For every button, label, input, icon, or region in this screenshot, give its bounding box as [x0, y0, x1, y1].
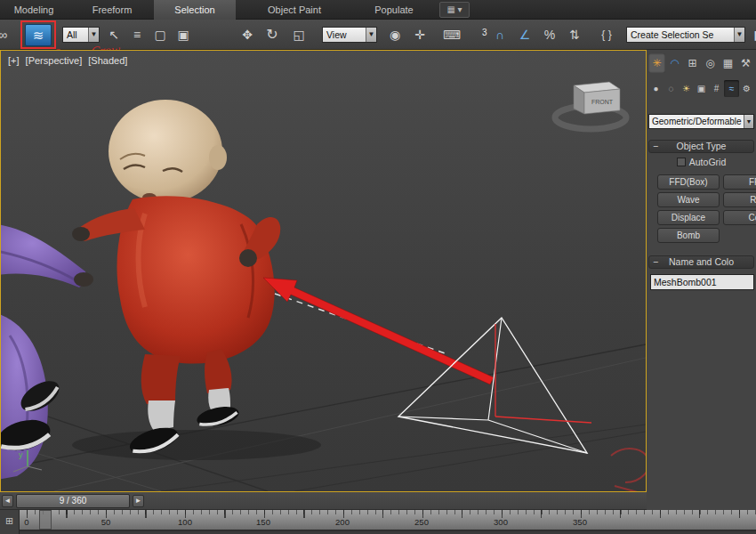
- select-object-icon[interactable]: ↖: [103, 25, 125, 44]
- red-arrow-annotation: [263, 278, 494, 384]
- ruler-major-ticks: [20, 510, 756, 518]
- axis-y-label: y: [19, 450, 23, 459]
- percent-snap-icon[interactable]: %: [539, 25, 560, 44]
- tab-freeform[interactable]: Freeform: [76, 0, 148, 20]
- ruler-tick-label: 50: [101, 517, 111, 527]
- chevron-down-icon[interactable]: ▼: [744, 115, 753, 128]
- object-name-input[interactable]: MeshBomb001: [650, 274, 754, 290]
- select-and-link-icon[interactable]: ∞: [0, 25, 13, 44]
- spinner-snap-icon[interactable]: ⇅: [564, 25, 585, 44]
- category-shapes-icon[interactable]: ◌: [664, 80, 679, 97]
- select-and-scale-icon[interactable]: ◱: [288, 25, 310, 44]
- select-and-rotate-icon[interactable]: ↻: [261, 25, 283, 44]
- chevron-down-icon[interactable]: ▼: [88, 28, 99, 42]
- viewcube[interactable]: FRONT: [555, 82, 626, 129]
- space-warp-subcategory-combo[interactable]: Geometric/Deformable▼: [648, 114, 754, 129]
- previous-frame-button[interactable]: ◄: [2, 495, 13, 507]
- select-by-name-icon[interactable]: ≡: [126, 25, 148, 44]
- time-slider-handle[interactable]: 9 / 360: [16, 494, 130, 508]
- tab-motion[interactable]: ◎: [702, 53, 719, 73]
- viewport-general-menu[interactable]: [+]: [8, 55, 20, 66]
- tab-utilities[interactable]: ⚒: [737, 53, 754, 73]
- main-toolbar: ∞ ≋ All▼ ↖ ≡ ▢ ▣ ✥ ↻ ◱ View▼ ◉ ✛ ⌨ 3 ∩ ∠…: [0, 20, 756, 50]
- conform-button[interactable]: Co: [723, 210, 756, 225]
- ruler-tick-label: 250: [414, 517, 429, 527]
- use-pivot-point-center-icon[interactable]: ◉: [384, 25, 406, 44]
- snap-toggle-icon[interactable]: ∩: [489, 25, 511, 44]
- select-and-move-icon[interactable]: ✥: [237, 25, 258, 44]
- tab-hierarchy[interactable]: ⊞: [684, 53, 701, 73]
- name-color-rollout-header[interactable]: − Name and Colo: [648, 255, 754, 269]
- chevron-down-icon[interactable]: ▼: [734, 28, 744, 42]
- track-bar-ruler[interactable]: 0 50 100 150 200 250 300 350: [20, 510, 756, 531]
- ruler-tick-label: 350: [573, 517, 587, 527]
- ribbon-overflow-menu[interactable]: ▦ ▾: [439, 2, 470, 18]
- red-character[interactable]: [72, 100, 280, 458]
- ffd-cyl-button[interactable]: FF: [723, 174, 756, 190]
- ruler-tick-label: 200: [335, 517, 350, 527]
- autogrid-row: AutoGrid: [647, 157, 756, 169]
- window-crossing-icon[interactable]: ▣: [173, 25, 194, 44]
- category-space-warps-icon[interactable]: ≈: [724, 80, 739, 97]
- wave-button[interactable]: Wave: [657, 192, 720, 207]
- autogrid-checkbox[interactable]: [677, 158, 686, 166]
- bomb-button[interactable]: Bomb: [657, 228, 720, 243]
- category-geometry-icon[interactable]: ●: [648, 80, 664, 97]
- ruler-tick-label: 100: [178, 517, 192, 527]
- reference-coordinate-combo[interactable]: View▼: [322, 27, 377, 43]
- category-cameras-icon[interactable]: ▣: [694, 80, 709, 97]
- ripple-button[interactable]: Ri: [723, 192, 756, 207]
- viewport-pov-menu[interactable]: [Perspective]: [26, 55, 83, 66]
- viewcube-front-label: FRONT: [591, 99, 614, 105]
- tab-selection[interactable]: Selection: [154, 0, 236, 20]
- displace-button[interactable]: Displace: [657, 210, 720, 225]
- tab-object-paint[interactable]: Object Paint: [249, 0, 340, 20]
- rectangular-selection-region-icon[interactable]: ▢: [149, 25, 171, 44]
- track-bar: ⊞ 0 50 100 150 200 250 300 350: [0, 510, 756, 534]
- bind-to-space-warp-icon[interactable]: ≋: [25, 24, 52, 46]
- command-panel: ✳ ◠ ⊞ ◎ ▦ ⚒ ● ◌ ☀ ▣ # ≈ ⚙ Geometric/Defo…: [647, 50, 756, 510]
- viewport-label: [+] [Perspective] [Shaded]: [8, 55, 131, 66]
- chevron-down-icon[interactable]: ▼: [366, 28, 376, 42]
- bomb-space-warp-gizmo[interactable]: [398, 318, 591, 453]
- viewport-shading-menu[interactable]: [Shaded]: [88, 55, 127, 66]
- tab-populate[interactable]: Populate: [359, 0, 429, 20]
- object-type-rollout-header[interactable]: − Object Type: [648, 140, 754, 153]
- next-frame-button[interactable]: ►: [133, 495, 144, 507]
- autogrid-label: AutoGrid: [689, 157, 726, 167]
- keyboard-override-icon[interactable]: ⌨: [441, 25, 462, 44]
- category-helpers-icon[interactable]: #: [709, 80, 724, 97]
- tab-modeling[interactable]: Modeling: [0, 0, 73, 20]
- ruler-tick-label: 300: [494, 517, 508, 527]
- tab-modify[interactable]: ◠: [666, 53, 683, 73]
- named-selection-sets-icon[interactable]: { }: [594, 25, 619, 44]
- angle-snap-icon[interactable]: ∠: [514, 25, 535, 44]
- viewport-scene[interactable]: FRONT y: [1, 51, 646, 491]
- perspective-viewport[interactable]: [+] [Perspective] [Shaded]: [0, 50, 647, 492]
- ffd-box-button[interactable]: FFD(Box): [657, 174, 720, 190]
- select-and-manipulate-icon[interactable]: ✛: [409, 25, 430, 44]
- red-scribble-annotation: [611, 449, 646, 491]
- ribbon-tab-bar: Modeling Freeform Selection Object Paint…: [0, 0, 756, 20]
- category-lights-icon[interactable]: ☀: [679, 80, 694, 97]
- category-systems-icon[interactable]: ⚙: [739, 80, 754, 97]
- snap-count-label: 3: [482, 28, 487, 37]
- character-shadow: [72, 430, 321, 460]
- viewport-grid: [1, 344, 646, 491]
- ruler-tick-label: 0: [24, 517, 28, 527]
- tab-display[interactable]: ▦: [720, 53, 736, 73]
- mirror-icon[interactable]: ◧: [749, 25, 756, 44]
- selection-filter-combo[interactable]: All▼: [62, 27, 100, 43]
- ruler-tick-label: 150: [256, 517, 270, 527]
- named-selection-set-combo[interactable]: Create Selection Se▼: [626, 27, 745, 43]
- current-frame-marker[interactable]: [39, 510, 52, 530]
- time-slider-track[interactable]: ◄ 9 / 360 ►: [0, 492, 647, 510]
- tab-create[interactable]: ✳: [648, 53, 665, 73]
- open-mini-curve-editor-button[interactable]: ⊞: [0, 510, 20, 534]
